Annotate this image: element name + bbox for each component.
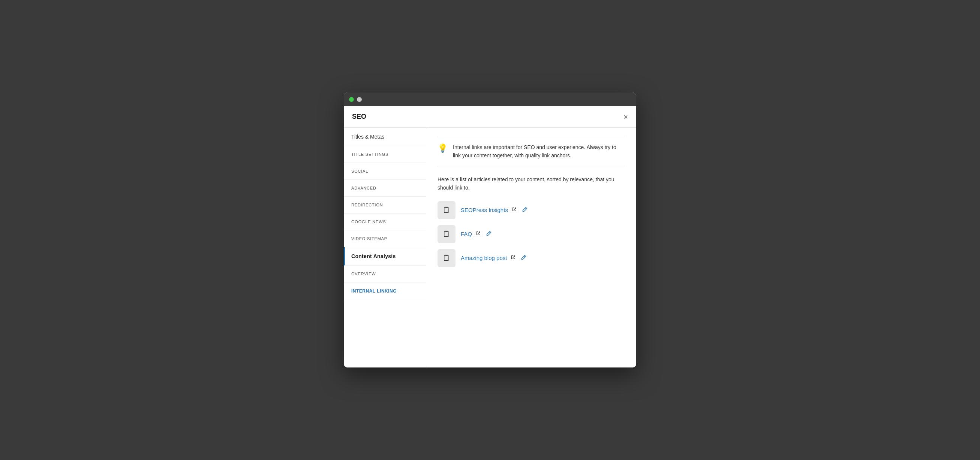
article-actions-faq: FAQ: [461, 230, 493, 238]
info-text: Internal links are important for SEO and…: [453, 143, 625, 160]
sidebar-item-titles-metas[interactable]: Titles & Metas: [344, 128, 426, 146]
sidebar: Titles & Metas TITLE SETTINGS SOCIAL ADV…: [344, 128, 426, 368]
edit-button-blog[interactable]: [520, 254, 528, 262]
window-btn-yellow[interactable]: [357, 97, 362, 102]
sidebar-item-social[interactable]: SOCIAL: [344, 163, 426, 180]
sidebar-item-video-sitemap[interactable]: VIDEO SITEMAP: [344, 230, 426, 247]
sidebar-item-redirection[interactable]: REDIRECTION: [344, 197, 426, 214]
article-item: 🗒 Amazing blog post: [438, 249, 625, 267]
document-icon: 🗒: [442, 229, 451, 239]
lightbulb-icon: 💡: [438, 143, 448, 153]
sidebar-item-title-settings[interactable]: TITLE SETTINGS: [344, 146, 426, 163]
sidebar-item-google-news[interactable]: GOOGLE NEWS: [344, 214, 426, 230]
article-link-faq[interactable]: FAQ: [461, 231, 472, 237]
external-link-icon: [512, 207, 517, 212]
document-icon: 🗒: [442, 253, 451, 263]
external-link-button-faq[interactable]: [474, 230, 482, 238]
window-header: SEO ×: [344, 106, 636, 128]
edit-button-seopress[interactable]: [521, 206, 529, 214]
close-button[interactable]: ×: [624, 113, 628, 121]
edit-icon: [486, 231, 492, 236]
sidebar-item-content-analysis[interactable]: Content Analysis: [344, 247, 426, 266]
edit-icon: [522, 207, 528, 212]
article-link-blog[interactable]: Amazing blog post: [461, 255, 507, 261]
edit-button-faq[interactable]: [485, 230, 493, 238]
window-title: SEO: [352, 113, 366, 121]
sidebar-item-advanced[interactable]: ADVANCED: [344, 180, 426, 197]
intro-text: Here is a list of articles related to yo…: [438, 175, 625, 192]
external-link-icon: [476, 231, 481, 236]
article-item: 🗒 SEOPress Insights: [438, 201, 625, 219]
article-link-seopress[interactable]: SEOPress Insights: [461, 207, 508, 213]
edit-icon: [521, 255, 527, 260]
window-body: Titles & Metas TITLE SETTINGS SOCIAL ADV…: [344, 128, 636, 368]
article-actions-seopress: SEOPress Insights: [461, 206, 529, 214]
window-btn-green[interactable]: [349, 97, 354, 102]
external-link-icon: [511, 255, 516, 260]
article-actions-blog: Amazing blog post: [461, 254, 528, 262]
article-icon-seopress: 🗒: [438, 201, 455, 219]
main-content: 💡 Internal links are important for SEO a…: [426, 128, 636, 368]
article-icon-faq: 🗒: [438, 225, 455, 243]
sidebar-item-internal-linking[interactable]: INTERNAL LINKING: [344, 282, 426, 300]
article-item: 🗒 FAQ: [438, 225, 625, 243]
external-link-button-blog[interactable]: [509, 254, 517, 262]
sidebar-item-overview[interactable]: OVERVIEW: [344, 266, 426, 282]
article-icon-blog: 🗒: [438, 249, 455, 267]
titlebar: [344, 92, 636, 106]
seo-window: SEO × Titles & Metas TITLE SETTINGS SOCI…: [344, 92, 636, 368]
info-banner: 💡 Internal links are important for SEO a…: [438, 137, 625, 166]
document-icon: 🗒: [442, 205, 451, 215]
external-link-button-seopress[interactable]: [510, 206, 519, 214]
article-list: 🗒 SEOPress Insights: [438, 201, 625, 267]
